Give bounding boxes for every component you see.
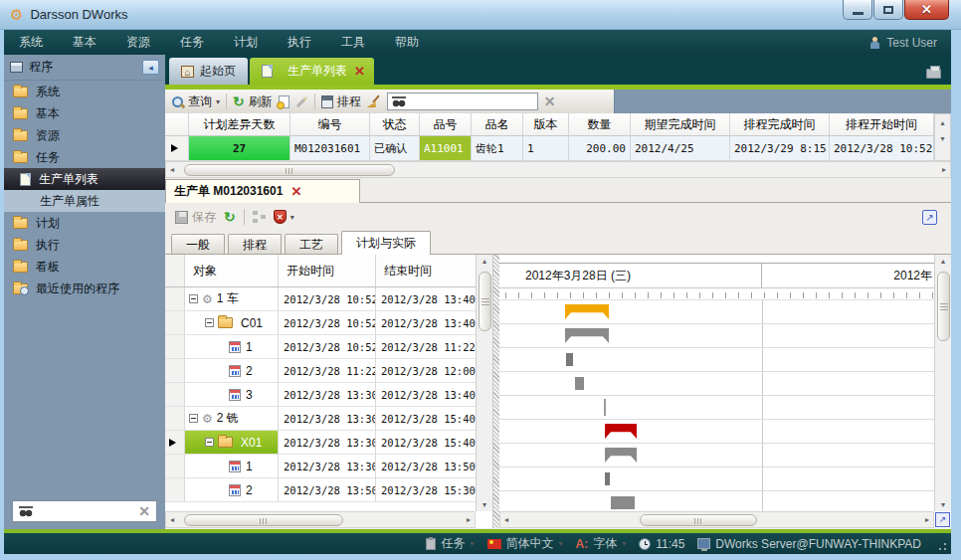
cell-status[interactable]: 已确认 bbox=[370, 136, 420, 161]
gantt-horizontal-scrollbar[interactable]: ◂▸ bbox=[499, 511, 934, 528]
tab-home[interactable]: ⌂ 起始页 bbox=[169, 58, 248, 85]
tab-process[interactable]: 工艺 bbox=[285, 234, 338, 255]
collapse-icon[interactable] bbox=[189, 414, 198, 423]
status-language-menu[interactable]: 简体中文 ▾ bbox=[483, 535, 567, 552]
col-code[interactable]: 编号 bbox=[290, 113, 370, 135]
sidebar-item-production-order-property[interactable]: 生产单属性 bbox=[4, 190, 165, 212]
maximize-button[interactable] bbox=[873, 0, 903, 20]
status-task-menu[interactable]: 任务 ▾ bbox=[422, 535, 478, 552]
collapse-icon[interactable] bbox=[205, 438, 214, 447]
printer-icon[interactable] bbox=[926, 69, 941, 79]
collapse-icon[interactable] bbox=[205, 318, 214, 327]
col-item-no[interactable]: 品号 bbox=[420, 113, 472, 135]
tab-production-order-list[interactable]: 生产单列表 ✕ bbox=[250, 58, 374, 85]
tree-horizontal-scrollbar[interactable]: ◂▸ bbox=[165, 511, 476, 528]
scroll-thumb[interactable] bbox=[640, 514, 757, 526]
cell-item-name[interactable]: 齿轮1 bbox=[472, 136, 523, 161]
sidebar-item-task[interactable]: 任务 bbox=[4, 146, 165, 168]
menu-tools[interactable]: 工具 bbox=[326, 30, 380, 55]
sidebar-item-execute[interactable]: 执行 bbox=[4, 234, 165, 256]
clean-button[interactable] bbox=[367, 94, 381, 108]
tree-row[interactable]: 1 2012/3/28 13:30 2012/3/28 13:50 bbox=[165, 455, 492, 478]
expand-gantt-icon[interactable]: ↗ bbox=[935, 512, 950, 527]
cell-code[interactable]: M012031601 bbox=[290, 136, 370, 161]
col-plan-diff-days[interactable]: 计划差异天数 bbox=[189, 113, 290, 135]
schedule-button[interactable]: 排程 bbox=[321, 93, 361, 110]
menu-resource[interactable]: 资源 bbox=[111, 30, 165, 55]
collapse-icon[interactable] bbox=[189, 294, 198, 303]
cell-plan-diff-days[interactable]: 27 bbox=[189, 136, 290, 161]
sidebar-item-kanban[interactable]: 看板 bbox=[4, 256, 165, 278]
menu-plan[interactable]: 计划 bbox=[219, 30, 273, 55]
flow-button[interactable] bbox=[253, 211, 266, 223]
col-version[interactable]: 版本 bbox=[523, 113, 569, 135]
tab-close-icon[interactable]: ✕ bbox=[290, 185, 301, 198]
current-user[interactable]: Test User bbox=[869, 36, 951, 50]
tree-row[interactable]: 2 2012/3/28 11:22 2012/3/28 12:00 bbox=[165, 359, 492, 383]
sidebar-search-input[interactable]: ✕ bbox=[12, 500, 157, 522]
menu-help[interactable]: 帮助 bbox=[380, 30, 434, 55]
tab-general[interactable]: 一般 bbox=[171, 234, 225, 255]
grid-data-row[interactable]: 27 M012031601 已确认 A11001 齿轮1 1 200.00 20… bbox=[165, 136, 934, 161]
sidebar-item-production-order-list[interactable]: 生产单列表 bbox=[4, 168, 165, 190]
tab-plan-vs-actual[interactable]: 计划与实际 bbox=[341, 231, 431, 255]
cell-qty[interactable]: 200.00 bbox=[569, 136, 631, 161]
sidebar-item-plan[interactable]: 计划 bbox=[4, 212, 165, 234]
col-end-time[interactable]: 结束时间 bbox=[376, 255, 477, 286]
col-start-time[interactable]: 开始时间 bbox=[279, 255, 376, 286]
cell-sched-finish[interactable]: 2012/3/29 8:15 bbox=[730, 136, 830, 161]
resize-grip[interactable] bbox=[937, 541, 947, 551]
tree-vertical-scrollbar[interactable]: ▴▾ bbox=[476, 255, 492, 511]
col-expected-finish[interactable]: 期望完成时间 bbox=[631, 113, 730, 135]
menu-system[interactable]: 系统 bbox=[4, 30, 58, 55]
cell-sched-start[interactable]: 2012/3/28 10:52 bbox=[830, 136, 934, 161]
col-sched-start[interactable]: 排程开始时间 bbox=[830, 113, 934, 135]
tree-row[interactable]: ⚙2 铣 2012/3/28 13:30 2012/3/28 15:40 bbox=[165, 407, 492, 431]
edit-button[interactable] bbox=[295, 100, 308, 103]
toolbar-search-input[interactable] bbox=[387, 93, 538, 110]
minimize-button[interactable] bbox=[843, 0, 872, 20]
grid-vertical-scrollbar[interactable]: ▴▾ bbox=[934, 113, 951, 161]
tab-close-icon[interactable]: ✕ bbox=[354, 65, 365, 78]
gantt-vertical-scrollbar[interactable]: ▴▾ bbox=[934, 255, 951, 511]
gantt-bar[interactable] bbox=[565, 328, 609, 343]
tree-row-selected[interactable]: X01 2012/3/28 13:30 2012/3/28 15:40 bbox=[165, 431, 492, 455]
tree-row[interactable]: C01 2012/3/28 10:52 2012/3/28 13:40 bbox=[165, 311, 492, 335]
cell-expected-finish[interactable]: 2012/4/25 bbox=[631, 136, 730, 161]
detail-tab-production-order[interactable]: 生产单 M012031601 ✕ bbox=[165, 179, 360, 203]
scroll-thumb[interactable] bbox=[479, 272, 491, 331]
sidebar-item-system[interactable]: 系统 bbox=[4, 81, 165, 102]
grid-horizontal-scrollbar[interactable]: ◂▸ bbox=[165, 161, 951, 178]
gantt-bar[interactable] bbox=[611, 496, 635, 509]
menu-basic[interactable]: 基本 bbox=[58, 30, 111, 55]
tree-row[interactable]: ⚙1 车 2012/3/28 10:52 2012/3/28 13:40 bbox=[165, 287, 492, 311]
cell-item-no[interactable]: A11001 bbox=[420, 136, 472, 161]
gantt-bar[interactable] bbox=[604, 399, 606, 416]
gantt-bar[interactable] bbox=[566, 353, 573, 366]
sidebar-item-basic[interactable]: 基本 bbox=[4, 102, 165, 124]
gantt-bar[interactable] bbox=[575, 377, 584, 390]
refresh-detail-button[interactable]: ↻ bbox=[224, 210, 236, 224]
status-font-menu[interactable]: A: 字体 ▾ bbox=[572, 535, 631, 552]
gantt-bar[interactable] bbox=[565, 304, 609, 319]
validate-button[interactable]: ✕ ▾ bbox=[274, 210, 294, 224]
gantt-bar[interactable] bbox=[605, 424, 637, 439]
scroll-thumb[interactable] bbox=[184, 514, 343, 526]
col-status[interactable]: 状态 bbox=[370, 113, 420, 135]
col-sched-finish[interactable]: 排程完成时间 bbox=[730, 113, 830, 135]
new-button[interactable] bbox=[279, 95, 289, 108]
col-object[interactable]: 对象 bbox=[185, 255, 279, 286]
refresh-button[interactable]: ↻ 刷新 bbox=[233, 93, 273, 110]
close-button[interactable]: ✕ bbox=[904, 0, 949, 20]
query-button[interactable]: 查询 ▾ bbox=[171, 93, 220, 110]
menu-execute[interactable]: 执行 bbox=[273, 30, 326, 55]
tree-row[interactable]: 2 2012/3/28 13:50 2012/3/28 15:30 bbox=[165, 478, 492, 502]
gantt-bar[interactable] bbox=[605, 448, 637, 463]
col-item-name[interactable]: 品名 bbox=[472, 113, 523, 135]
sidebar-item-resource[interactable]: 资源 bbox=[4, 124, 165, 146]
tree-row[interactable]: 1 2012/3/28 10:52 2012/3/28 11:22 bbox=[165, 335, 492, 359]
sidebar-collapse-button[interactable]: ◂ bbox=[142, 60, 159, 75]
external-link-icon[interactable]: ↗ bbox=[922, 210, 937, 225]
save-button[interactable]: 保存 bbox=[175, 209, 216, 226]
scroll-thumb[interactable] bbox=[937, 272, 950, 341]
